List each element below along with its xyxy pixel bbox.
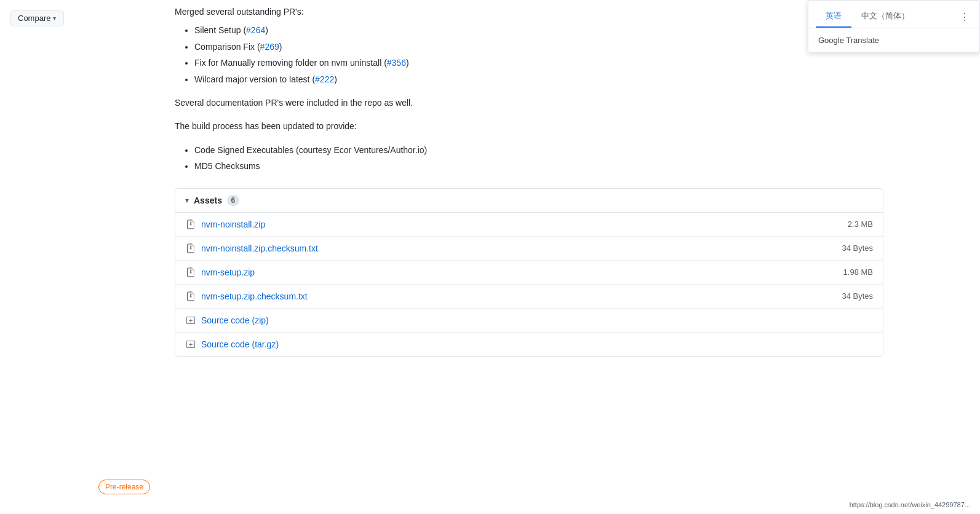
paragraph1: Several documentation PR's were included… bbox=[175, 96, 883, 109]
translate-tabs: 英语 中文（简体） bbox=[816, 6, 919, 28]
zip-icon bbox=[185, 219, 196, 230]
asset-link[interactable]: nvm-setup.zip bbox=[201, 267, 824, 277]
asset-row: Source code (zip) bbox=[175, 309, 883, 333]
build-list: Code Signed Executables (courtesy Ecor V… bbox=[175, 143, 883, 173]
asset-size: 2.3 MB bbox=[824, 219, 873, 229]
intro-text: Merged several outstanding PR's: bbox=[175, 5, 883, 18]
paragraph2: The build process has been updated to pr… bbox=[175, 119, 883, 133]
list-item: Silent Setup (#264) bbox=[194, 23, 883, 37]
tab-chinese[interactable]: 中文（简体） bbox=[851, 6, 919, 28]
list-item: MD5 Checksums bbox=[194, 159, 883, 173]
assets-title: Assets bbox=[194, 196, 222, 205]
url-hint: https://blog.csdn.net/weixin_44299787... bbox=[850, 501, 970, 508]
source-icon bbox=[185, 315, 196, 326]
asset-row: nvm-noinstall.zip 2.3 MB bbox=[175, 213, 883, 237]
assets-header: ▾ Assets 6 bbox=[175, 189, 883, 213]
asset-link[interactable]: Source code (tar.gz) bbox=[201, 339, 824, 349]
zip-icon bbox=[185, 267, 196, 278]
translate-body: Google Translate bbox=[808, 28, 979, 52]
sidebar: Compare ▾ Pre-release bbox=[0, 0, 160, 514]
assets-count: 6 bbox=[227, 195, 239, 206]
pr-list: Silent Setup (#264) Comparison Fix (#269… bbox=[175, 23, 883, 86]
list-item: Comparison Fix (#269) bbox=[194, 40, 883, 53]
google-translate-label: Google Translate bbox=[818, 36, 879, 45]
content-body: Merged several outstanding PR's: Silent … bbox=[175, 0, 883, 357]
asset-row: Source code (tar.gz) bbox=[175, 333, 883, 356]
pr-264-link[interactable]: #264 bbox=[246, 25, 265, 35]
asset-link[interactable]: nvm-noinstall.zip.checksum.txt bbox=[201, 243, 824, 253]
asset-size: 34 Bytes bbox=[824, 291, 873, 301]
list-item: Code Signed Executables (courtesy Ecor V… bbox=[194, 143, 883, 157]
asset-size: 34 Bytes bbox=[824, 243, 873, 253]
zip-icon bbox=[185, 291, 196, 302]
zip-icon bbox=[185, 243, 196, 254]
pr-269-link[interactable]: #269 bbox=[260, 42, 279, 52]
asset-size: 1.98 MB bbox=[824, 267, 873, 277]
list-item: Fix for Manually removing folder on nvm … bbox=[194, 56, 883, 69]
pr-222-link[interactable]: #222 bbox=[315, 74, 334, 84]
asset-link[interactable]: nvm-noinstall.zip bbox=[201, 219, 824, 229]
translate-popup: 英语 中文（简体） ⋮ Google Translate bbox=[808, 0, 980, 53]
source-icon bbox=[185, 339, 196, 350]
page-wrapper: Compare ▾ Pre-release Merged several out… bbox=[0, 0, 980, 514]
prerelease-badge: Pre-release bbox=[98, 480, 150, 494]
asset-row: nvm-noinstall.zip.checksum.txt 34 Bytes bbox=[175, 237, 883, 261]
assets-toggle[interactable]: ▾ bbox=[185, 196, 189, 205]
pr-356-link[interactable]: #356 bbox=[387, 58, 406, 68]
tab-english[interactable]: 英语 bbox=[816, 6, 851, 28]
list-item: Wilcard major version to latest (#222) bbox=[194, 73, 883, 86]
chevron-down-icon: ▾ bbox=[53, 15, 56, 22]
more-icon[interactable]: ⋮ bbox=[957, 9, 972, 25]
assets-section: ▾ Assets 6 nvm-noinstall.zip 2.3 MB bbox=[175, 188, 883, 357]
asset-link[interactable]: Source code (zip) bbox=[201, 315, 824, 325]
compare-button[interactable]: Compare ▾ bbox=[10, 10, 64, 26]
status-bar: https://blog.csdn.net/weixin_44299787... bbox=[0, 496, 980, 514]
asset-row: nvm-setup.zip.checksum.txt 34 Bytes bbox=[175, 285, 883, 309]
asset-link[interactable]: nvm-setup.zip.checksum.txt bbox=[201, 291, 824, 301]
asset-row: nvm-setup.zip 1.98 MB bbox=[175, 261, 883, 285]
main-content: Merged several outstanding PR's: Silent … bbox=[160, 0, 898, 514]
translate-header: 英语 中文（简体） ⋮ bbox=[808, 1, 979, 28]
